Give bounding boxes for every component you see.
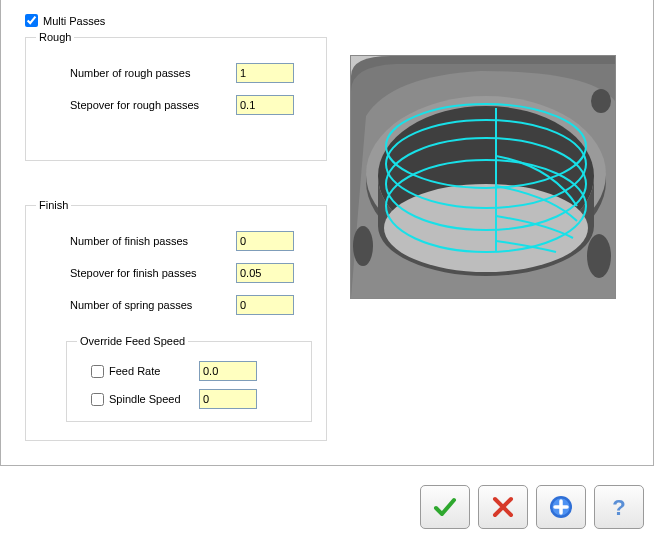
rough-num-passes-row: Number of rough passes [36,63,316,83]
finish-spring-passes-label: Number of spring passes [36,299,236,311]
finish-group: Finish Number of finish passes Stepover … [25,199,327,441]
finish-stepover-label: Stepover for finish passes [36,267,236,279]
toolpath-preview [350,55,616,299]
svg-point-6 [384,184,588,272]
cancel-button[interactable] [478,485,528,529]
rough-stepover-input[interactable] [236,95,294,115]
multi-passes-checkbox[interactable] [25,14,38,27]
finish-stepover-input[interactable] [236,263,294,283]
feed-rate-row: Feed Rate [77,361,301,381]
finish-stepover-row: Stepover for finish passes [36,263,316,283]
question-icon: ? [606,494,632,520]
add-button[interactable] [536,485,586,529]
check-icon [432,494,458,520]
rough-stepover-row: Stepover for rough passes [36,95,316,115]
rough-stepover-label: Stepover for rough passes [36,99,236,111]
finish-spring-passes-row: Number of spring passes [36,295,316,315]
feed-rate-checkbox[interactable] [91,365,104,378]
spindle-speed-checkbox[interactable] [91,393,104,406]
feed-rate-input[interactable] [199,361,257,381]
svg-point-2 [591,89,611,113]
multi-passes-checkbox-row: Multi Passes [25,14,639,27]
rough-legend: Rough [36,31,74,43]
finish-num-passes-label: Number of finish passes [36,235,236,247]
finish-legend: Finish [36,199,71,211]
finish-spring-passes-input[interactable] [236,295,294,315]
plus-icon [547,493,575,521]
override-feed-speed-group: Override Feed Speed Feed Rate Spindle Sp… [66,335,312,422]
rough-group: Rough Number of rough passes Stepover fo… [25,31,327,161]
finish-num-passes-row: Number of finish passes [36,231,316,251]
multi-passes-label: Multi Passes [43,15,105,27]
help-button[interactable]: ? [594,485,644,529]
dialog-button-bar: ? [420,485,644,529]
override-legend: Override Feed Speed [77,335,188,347]
rough-num-passes-input[interactable] [236,63,294,83]
multi-passes-panel: Multi Passes Rough Number of rough passe… [0,0,654,466]
rough-num-passes-label: Number of rough passes [36,67,236,79]
cross-icon [490,494,516,520]
feed-rate-label: Feed Rate [109,365,160,377]
finish-num-passes-input[interactable] [236,231,294,251]
svg-point-1 [587,234,611,278]
svg-point-0 [353,226,373,266]
svg-text:?: ? [612,495,625,520]
spindle-speed-row: Spindle Speed [77,389,301,409]
spindle-speed-input[interactable] [199,389,257,409]
ok-button[interactable] [420,485,470,529]
spindle-speed-label: Spindle Speed [109,393,181,405]
